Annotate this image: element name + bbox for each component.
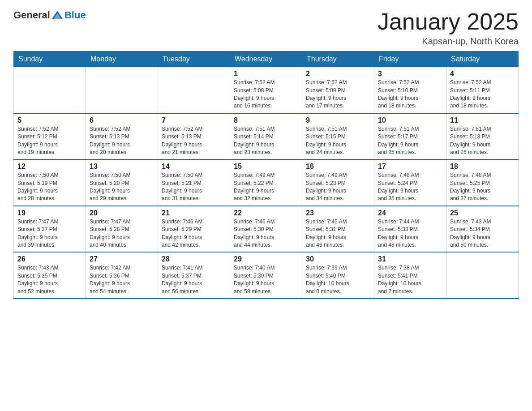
page-header: General Blue January 2025 Kapsan-up, Nor… [13,9,519,47]
day-info: Sunrise: 7:50 AMSunset: 5:19 PMDaylight:… [17,171,82,203]
day-info: Sunrise: 7:50 AMSunset: 5:21 PMDaylight:… [162,171,226,203]
day-number: 17 [378,163,442,171]
day-cell-25: 25Sunrise: 7:43 AMSunset: 5:34 PMDayligh… [446,206,519,253]
day-info: Sunrise: 7:48 AMSunset: 5:24 PMDaylight:… [378,171,442,203]
day-cell-9: 9Sunrise: 7:51 AMSunset: 5:15 PMDaylight… [302,113,374,160]
day-cell-12: 12Sunrise: 7:50 AMSunset: 5:19 PMDayligh… [14,159,86,206]
weekday-header-sunday: Sunday [14,51,86,67]
day-info: Sunrise: 7:49 AMSunset: 5:22 PMDaylight:… [234,171,298,203]
weekday-header-saturday: Saturday [446,51,519,67]
day-number: 31 [378,255,442,263]
day-info: Sunrise: 7:42 AMSunset: 5:36 PMDaylight:… [90,264,154,295]
day-info: Sunrise: 7:52 AMSunset: 5:10 PMDaylight:… [378,79,442,110]
day-info: Sunrise: 7:43 AMSunset: 5:34 PMDaylight:… [450,218,515,249]
logo-general-text: General [13,9,50,21]
month-year-title: January 2025 [378,9,519,34]
day-number: 22 [234,209,298,217]
day-number: 30 [306,255,370,263]
day-cell-16: 16Sunrise: 7:49 AMSunset: 5:23 PMDayligh… [302,159,374,206]
day-cell-21: 21Sunrise: 7:46 AMSunset: 5:29 PMDayligh… [158,206,230,253]
empty-cell [158,67,230,113]
empty-cell [446,252,519,299]
day-info: Sunrise: 7:51 AMSunset: 5:18 PMDaylight:… [450,125,515,157]
empty-cell [86,67,158,113]
day-cell-3: 3Sunrise: 7:52 AMSunset: 5:10 PMDaylight… [374,67,446,113]
day-cell-23: 23Sunrise: 7:45 AMSunset: 5:31 PMDayligh… [302,206,374,253]
day-number: 2 [306,70,370,78]
day-info: Sunrise: 7:46 AMSunset: 5:30 PMDaylight:… [234,218,298,249]
day-info: Sunrise: 7:52 AMSunset: 5:13 PMDaylight:… [90,125,154,157]
day-cell-14: 14Sunrise: 7:50 AMSunset: 5:21 PMDayligh… [158,159,230,206]
day-cell-1: 1Sunrise: 7:52 AMSunset: 5:08 PMDaylight… [230,67,302,113]
day-info: Sunrise: 7:38 AMSunset: 5:41 PMDaylight:… [378,264,442,295]
weekday-header-tuesday: Tuesday [158,51,230,67]
day-number: 15 [234,163,298,171]
day-number: 5 [17,116,82,124]
day-cell-4: 4Sunrise: 7:52 AMSunset: 5:11 PMDaylight… [446,67,519,113]
day-info: Sunrise: 7:52 AMSunset: 5:09 PMDaylight:… [306,79,370,110]
day-cell-29: 29Sunrise: 7:40 AMSunset: 5:39 PMDayligh… [230,252,302,299]
calendar-header: SundayMondayTuesdayWednesdayThursdayFrid… [14,51,519,67]
day-info: Sunrise: 7:47 AMSunset: 5:27 PMDaylight:… [17,218,82,249]
day-number: 23 [306,209,370,217]
day-cell-2: 2Sunrise: 7:52 AMSunset: 5:09 PMDaylight… [302,67,374,113]
day-cell-19: 19Sunrise: 7:47 AMSunset: 5:27 PMDayligh… [14,206,86,253]
day-info: Sunrise: 7:45 AMSunset: 5:31 PMDaylight:… [306,218,370,249]
week-row-3: 12Sunrise: 7:50 AMSunset: 5:19 PMDayligh… [14,159,519,206]
weekday-header-monday: Monday [86,51,158,67]
logo-blue-text: Blue [64,9,86,21]
day-cell-24: 24Sunrise: 7:44 AMSunset: 5:33 PMDayligh… [374,206,446,253]
weekday-header-wednesday: Wednesday [230,51,302,67]
day-cell-13: 13Sunrise: 7:50 AMSunset: 5:20 PMDayligh… [86,159,158,206]
day-info: Sunrise: 7:43 AMSunset: 5:35 PMDaylight:… [17,264,82,295]
day-info: Sunrise: 7:50 AMSunset: 5:20 PMDaylight:… [90,171,154,203]
day-number: 25 [450,209,515,217]
day-cell-27: 27Sunrise: 7:42 AMSunset: 5:36 PMDayligh… [86,252,158,299]
day-info: Sunrise: 7:51 AMSunset: 5:17 PMDaylight:… [378,125,442,157]
day-number: 29 [234,255,298,263]
day-cell-15: 15Sunrise: 7:49 AMSunset: 5:22 PMDayligh… [230,159,302,206]
location-label: Kapsan-up, North Korea [378,36,519,47]
day-cell-10: 10Sunrise: 7:51 AMSunset: 5:17 PMDayligh… [374,113,446,160]
day-info: Sunrise: 7:40 AMSunset: 5:39 PMDaylight:… [234,264,298,295]
day-cell-5: 5Sunrise: 7:52 AMSunset: 5:12 PMDaylight… [14,113,86,160]
day-number: 26 [17,255,82,263]
day-number: 9 [306,116,370,124]
day-number: 6 [90,116,154,124]
day-number: 21 [162,209,226,217]
day-number: 20 [90,209,154,217]
day-number: 3 [378,70,442,78]
day-cell-11: 11Sunrise: 7:51 AMSunset: 5:18 PMDayligh… [446,113,519,160]
day-number: 11 [450,116,515,124]
day-info: Sunrise: 7:41 AMSunset: 5:37 PMDaylight:… [162,264,226,295]
weekday-header-thursday: Thursday [302,51,374,67]
logo: General Blue [13,9,86,21]
weekday-header-friday: Friday [374,51,446,67]
day-info: Sunrise: 7:51 AMSunset: 5:15 PMDaylight:… [306,125,370,157]
day-number: 14 [162,163,226,171]
day-number: 16 [306,163,370,171]
week-row-1: 1Sunrise: 7:52 AMSunset: 5:08 PMDaylight… [14,67,519,113]
day-number: 7 [162,116,226,124]
day-number: 13 [90,163,154,171]
day-cell-22: 22Sunrise: 7:46 AMSunset: 5:30 PMDayligh… [230,206,302,253]
calendar-table: SundayMondayTuesdayWednesdayThursdayFrid… [13,51,519,299]
day-info: Sunrise: 7:47 AMSunset: 5:28 PMDaylight:… [90,218,154,249]
day-cell-28: 28Sunrise: 7:41 AMSunset: 5:37 PMDayligh… [158,252,230,299]
day-cell-31: 31Sunrise: 7:38 AMSunset: 5:41 PMDayligh… [374,252,446,299]
day-cell-6: 6Sunrise: 7:52 AMSunset: 5:13 PMDaylight… [86,113,158,160]
day-info: Sunrise: 7:52 AMSunset: 5:13 PMDaylight:… [162,125,226,157]
day-number: 8 [234,116,298,124]
day-cell-17: 17Sunrise: 7:48 AMSunset: 5:24 PMDayligh… [374,159,446,206]
week-row-4: 19Sunrise: 7:47 AMSunset: 5:27 PMDayligh… [14,206,519,253]
day-info: Sunrise: 7:52 AMSunset: 5:11 PMDaylight:… [450,79,515,110]
calendar-body: 1Sunrise: 7:52 AMSunset: 5:08 PMDaylight… [14,67,519,299]
day-cell-18: 18Sunrise: 7:48 AMSunset: 5:25 PMDayligh… [446,159,519,206]
day-info: Sunrise: 7:46 AMSunset: 5:29 PMDaylight:… [162,218,226,249]
day-info: Sunrise: 7:39 AMSunset: 5:40 PMDaylight:… [306,264,370,295]
day-info: Sunrise: 7:44 AMSunset: 5:33 PMDaylight:… [378,218,442,249]
day-info: Sunrise: 7:52 AMSunset: 5:08 PMDaylight:… [234,79,298,110]
day-number: 28 [162,255,226,263]
day-info: Sunrise: 7:48 AMSunset: 5:25 PMDaylight:… [450,171,515,203]
day-number: 27 [90,255,154,263]
